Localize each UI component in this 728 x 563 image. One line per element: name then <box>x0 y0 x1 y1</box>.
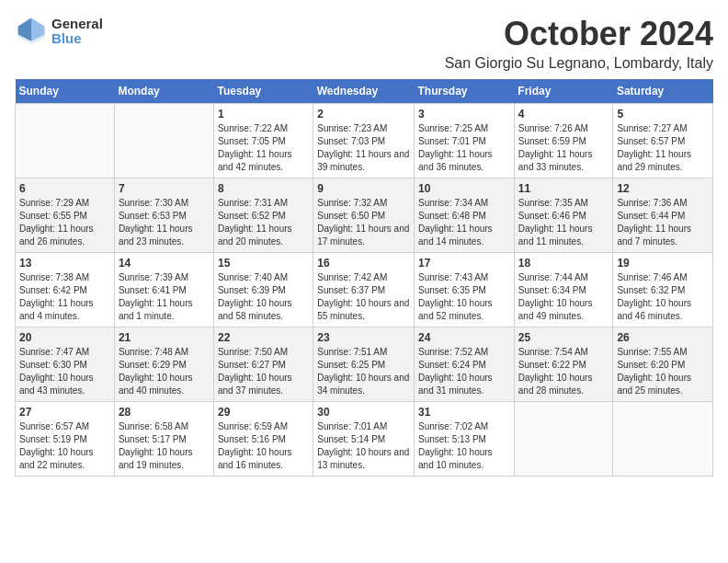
day-number: 10 <box>418 182 510 195</box>
header: General Blue October 2024 San Giorgio Su… <box>15 15 713 72</box>
logo-text: General Blue <box>51 17 103 47</box>
day-number: 1 <box>218 108 309 121</box>
day-number: 31 <box>418 406 510 419</box>
cell-content: Sunrise: 7:47 AM Sunset: 6:30 PM Dayligh… <box>19 346 110 397</box>
calendar-cell: 3Sunrise: 7:25 AM Sunset: 7:01 PM Daylig… <box>415 104 515 178</box>
cell-content: Sunrise: 7:39 AM Sunset: 6:41 PM Dayligh… <box>119 271 210 323</box>
day-number: 23 <box>317 331 410 344</box>
calendar-cell: 8Sunrise: 7:31 AM Sunset: 6:52 PM Daylig… <box>213 178 313 253</box>
calendar-cell: 29Sunrise: 6:59 AM Sunset: 5:16 PM Dayli… <box>213 402 313 477</box>
cell-content: Sunrise: 7:30 AM Sunset: 6:53 PM Dayligh… <box>119 197 210 248</box>
day-number: 24 <box>418 331 510 344</box>
day-number: 13 <box>19 257 110 270</box>
weekday-header-friday: Friday <box>514 79 613 104</box>
calendar-cell: 14Sunrise: 7:39 AM Sunset: 6:41 PM Dayli… <box>114 253 213 327</box>
calendar-cell: 20Sunrise: 7:47 AM Sunset: 6:30 PM Dayli… <box>16 327 115 402</box>
day-number: 28 <box>119 406 210 419</box>
day-number: 4 <box>518 108 609 121</box>
calendar-cell: 18Sunrise: 7:44 AM Sunset: 6:34 PM Dayli… <box>514 253 613 327</box>
weekday-header-monday: Monday <box>114 79 213 104</box>
day-number: 17 <box>418 257 510 270</box>
calendar-cell <box>114 104 213 178</box>
cell-content: Sunrise: 7:43 AM Sunset: 6:35 PM Dayligh… <box>418 271 510 323</box>
weekday-header-sunday: Sunday <box>16 79 115 104</box>
day-number: 20 <box>19 331 110 344</box>
logo-general-text: General <box>51 17 103 32</box>
calendar-cell: 16Sunrise: 7:42 AM Sunset: 6:37 PM Dayli… <box>313 253 415 327</box>
cell-content: Sunrise: 7:54 AM Sunset: 6:22 PM Dayligh… <box>518 346 609 397</box>
title-block: October 2024 San Giorgio Su Legnano, Lom… <box>445 15 713 72</box>
week-row-1: 1Sunrise: 7:22 AM Sunset: 7:05 PM Daylig… <box>16 104 713 178</box>
cell-content: Sunrise: 7:48 AM Sunset: 6:29 PM Dayligh… <box>119 346 210 397</box>
cell-content: Sunrise: 7:26 AM Sunset: 6:59 PM Dayligh… <box>518 122 609 174</box>
calendar-cell: 11Sunrise: 7:35 AM Sunset: 6:46 PM Dayli… <box>514 178 613 253</box>
week-row-5: 27Sunrise: 6:57 AM Sunset: 5:19 PM Dayli… <box>16 402 713 477</box>
calendar-cell <box>514 402 613 477</box>
calendar-cell: 27Sunrise: 6:57 AM Sunset: 5:19 PM Dayli… <box>16 402 115 477</box>
day-number: 26 <box>617 331 709 344</box>
day-number: 11 <box>518 182 609 195</box>
day-number: 27 <box>19 406 110 419</box>
cell-content: Sunrise: 6:59 AM Sunset: 5:16 PM Dayligh… <box>218 420 309 472</box>
calendar-cell: 15Sunrise: 7:40 AM Sunset: 6:39 PM Dayli… <box>213 253 313 327</box>
cell-content: Sunrise: 7:02 AM Sunset: 5:13 PM Dayligh… <box>418 420 510 472</box>
location-title: San Giorgio Su Legnano, Lombardy, Italy <box>445 55 713 72</box>
day-number: 5 <box>617 108 709 121</box>
day-number: 19 <box>617 257 709 270</box>
calendar-cell: 28Sunrise: 6:58 AM Sunset: 5:17 PM Dayli… <box>114 402 213 477</box>
calendar-cell: 1Sunrise: 7:22 AM Sunset: 7:05 PM Daylig… <box>213 104 313 178</box>
day-number: 8 <box>218 182 309 195</box>
calendar-cell: 6Sunrise: 7:29 AM Sunset: 6:55 PM Daylig… <box>16 178 115 253</box>
day-number: 6 <box>19 182 110 195</box>
calendar-cell: 30Sunrise: 7:01 AM Sunset: 5:14 PM Dayli… <box>313 402 415 477</box>
cell-content: Sunrise: 6:57 AM Sunset: 5:19 PM Dayligh… <box>19 420 110 472</box>
weekday-header-row: SundayMondayTuesdayWednesdayThursdayFrid… <box>16 79 713 104</box>
calendar-table: SundayMondayTuesdayWednesdayThursdayFrid… <box>15 79 713 477</box>
cell-content: Sunrise: 7:50 AM Sunset: 6:27 PM Dayligh… <box>218 346 309 397</box>
calendar-cell: 25Sunrise: 7:54 AM Sunset: 6:22 PM Dayli… <box>514 327 613 402</box>
week-row-4: 20Sunrise: 7:47 AM Sunset: 6:30 PM Dayli… <box>16 327 713 402</box>
cell-content: Sunrise: 7:55 AM Sunset: 6:20 PM Dayligh… <box>617 346 709 397</box>
day-number: 22 <box>218 331 309 344</box>
logo: General Blue <box>15 15 103 48</box>
cell-content: Sunrise: 7:35 AM Sunset: 6:46 PM Dayligh… <box>518 197 609 248</box>
day-number: 3 <box>418 108 510 121</box>
weekday-header-wednesday: Wednesday <box>313 79 415 104</box>
month-title: October 2024 <box>445 15 713 53</box>
calendar-cell: 9Sunrise: 7:32 AM Sunset: 6:50 PM Daylig… <box>313 178 415 253</box>
cell-content: Sunrise: 7:01 AM Sunset: 5:14 PM Dayligh… <box>317 420 410 472</box>
weekday-header-saturday: Saturday <box>613 79 713 104</box>
calendar-cell: 7Sunrise: 7:30 AM Sunset: 6:53 PM Daylig… <box>114 178 213 253</box>
calendar-cell: 4Sunrise: 7:26 AM Sunset: 6:59 PM Daylig… <box>514 104 613 178</box>
calendar-cell: 10Sunrise: 7:34 AM Sunset: 6:48 PM Dayli… <box>415 178 515 253</box>
cell-content: Sunrise: 7:36 AM Sunset: 6:44 PM Dayligh… <box>617 197 709 248</box>
cell-content: Sunrise: 6:58 AM Sunset: 5:17 PM Dayligh… <box>119 420 210 472</box>
week-row-2: 6Sunrise: 7:29 AM Sunset: 6:55 PM Daylig… <box>16 178 713 253</box>
cell-content: Sunrise: 7:38 AM Sunset: 6:42 PM Dayligh… <box>19 271 110 323</box>
day-number: 18 <box>518 257 609 270</box>
cell-content: Sunrise: 7:34 AM Sunset: 6:48 PM Dayligh… <box>418 197 510 248</box>
day-number: 9 <box>317 182 410 195</box>
day-number: 16 <box>317 257 410 270</box>
day-number: 7 <box>119 182 210 195</box>
cell-content: Sunrise: 7:22 AM Sunset: 7:05 PM Dayligh… <box>218 122 309 174</box>
day-number: 29 <box>218 406 309 419</box>
weekday-header-thursday: Thursday <box>415 79 515 104</box>
calendar-cell: 31Sunrise: 7:02 AM Sunset: 5:13 PM Dayli… <box>415 402 515 477</box>
cell-content: Sunrise: 7:44 AM Sunset: 6:34 PM Dayligh… <box>518 271 609 323</box>
cell-content: Sunrise: 7:31 AM Sunset: 6:52 PM Dayligh… <box>218 197 309 248</box>
day-number: 25 <box>518 331 609 344</box>
calendar-cell: 13Sunrise: 7:38 AM Sunset: 6:42 PM Dayli… <box>16 253 115 327</box>
calendar-cell <box>613 402 713 477</box>
calendar-cell: 2Sunrise: 7:23 AM Sunset: 7:03 PM Daylig… <box>313 104 415 178</box>
calendar-cell: 21Sunrise: 7:48 AM Sunset: 6:29 PM Dayli… <box>114 327 213 402</box>
day-number: 21 <box>119 331 210 344</box>
calendar-cell: 22Sunrise: 7:50 AM Sunset: 6:27 PM Dayli… <box>213 327 313 402</box>
calendar-cell: 12Sunrise: 7:36 AM Sunset: 6:44 PM Dayli… <box>613 178 713 253</box>
logo-blue-text: Blue <box>51 31 103 47</box>
calendar-cell: 26Sunrise: 7:55 AM Sunset: 6:20 PM Dayli… <box>613 327 713 402</box>
calendar-cell: 23Sunrise: 7:51 AM Sunset: 6:25 PM Dayli… <box>313 327 415 402</box>
cell-content: Sunrise: 7:40 AM Sunset: 6:39 PM Dayligh… <box>218 271 309 323</box>
cell-content: Sunrise: 7:42 AM Sunset: 6:37 PM Dayligh… <box>317 271 410 323</box>
day-number: 30 <box>317 406 410 419</box>
